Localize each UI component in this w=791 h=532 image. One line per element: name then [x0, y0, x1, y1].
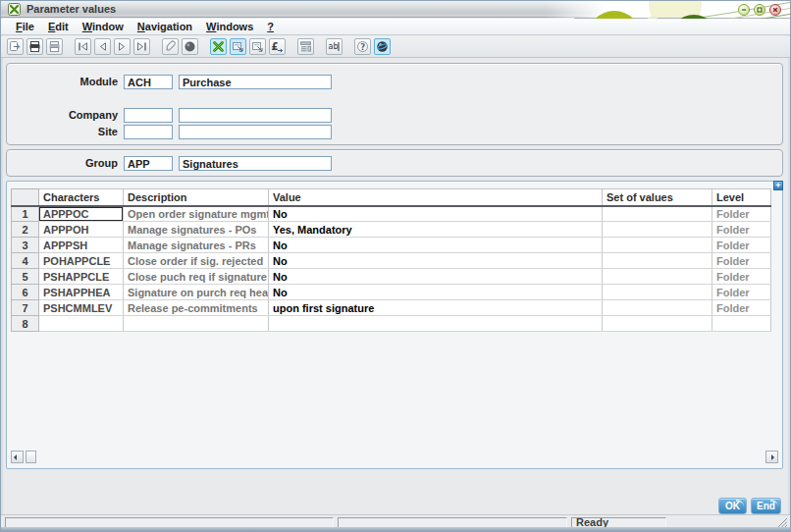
company-code-field[interactable] — [124, 108, 173, 123]
currency-conversion-icon: £ — [271, 40, 284, 53]
cell-description[interactable]: Release pe-commitments — [124, 300, 269, 316]
column-header-set-of-values[interactable]: Set of values — [603, 189, 712, 206]
close-button[interactable] — [769, 4, 781, 16]
cell-value[interactable] — [269, 316, 603, 332]
cell-set-of-values[interactable] — [603, 285, 712, 300]
text-edit-button[interactable]: ab — [326, 38, 343, 55]
minimize-button[interactable] — [738, 4, 750, 16]
menu-edit[interactable]: Edit — [41, 20, 76, 34]
column-header-value[interactable]: Value — [269, 189, 603, 206]
row-number[interactable]: 3 — [12, 238, 39, 253]
scrollbar-thumb[interactable] — [26, 451, 36, 463]
cell-set-of-values[interactable] — [603, 253, 712, 269]
cell-description[interactable]: Open order signature mgmt — [124, 206, 269, 222]
cell-level[interactable] — [712, 316, 771, 332]
cell-description[interactable]: Signature on purch req header — [124, 285, 269, 300]
cell-characters[interactable]: PSHAPPHEA — [39, 285, 124, 300]
cell-value[interactable]: No — [269, 269, 603, 285]
cell-level[interactable]: Folder — [712, 253, 771, 269]
exit-button[interactable] — [7, 38, 24, 55]
cell-level[interactable]: Folder — [712, 238, 771, 253]
first-record-button[interactable] — [75, 38, 91, 55]
cell-description[interactable]: Close puch req if signature re — [124, 269, 269, 285]
print-button[interactable] — [26, 38, 43, 55]
cell-description[interactable]: Manage signatures - POs — [124, 222, 269, 238]
cell-value[interactable]: upon first signature — [269, 300, 603, 316]
cell-characters[interactable]: APPPOC — [39, 206, 124, 222]
title-bar[interactable]: Parameter values — [1, 1, 791, 18]
ok-button[interactable]: OK — [718, 498, 747, 514]
cell-level[interactable]: Folder — [712, 300, 771, 316]
scroll-left-button[interactable] — [11, 451, 24, 463]
row-number[interactable]: 7 — [12, 300, 39, 316]
column-header-characters[interactable]: Characters — [39, 189, 124, 206]
cell-description[interactable]: Close order if sig. rejected — [124, 253, 269, 269]
print-list-button[interactable] — [46, 38, 63, 55]
scroll-right-button[interactable] — [765, 451, 778, 463]
cell-characters[interactable]: POHAPPCLE — [39, 253, 124, 269]
criteria-button[interactable] — [210, 38, 227, 55]
end-button[interactable]: End — [751, 498, 781, 514]
cell-characters[interactable] — [39, 316, 124, 332]
corner-header[interactable] — [12, 189, 39, 206]
module-description-field[interactable] — [179, 75, 332, 89]
resize-grip[interactable] — [778, 518, 787, 527]
cell-characters[interactable]: PSHCMMLEV — [39, 300, 124, 316]
cell-value[interactable]: No — [269, 285, 603, 300]
copy-window-button[interactable] — [249, 38, 266, 55]
app-icon — [8, 3, 21, 16]
company-label: Company — [7, 109, 118, 121]
module-code-field[interactable] — [124, 75, 173, 89]
cell-level[interactable]: Folder — [712, 206, 771, 222]
cell-characters[interactable]: APPPSH — [39, 238, 124, 253]
cell-set-of-values[interactable] — [603, 222, 712, 238]
cell-value[interactable]: Yes, Mandatory — [269, 222, 603, 238]
expand-table-icon[interactable]: + — [773, 181, 783, 190]
horizontal-scrollbar[interactable] — [11, 451, 778, 463]
cell-description[interactable] — [124, 316, 269, 332]
row-number[interactable]: 4 — [12, 253, 39, 269]
group-description-field[interactable] — [179, 156, 332, 171]
last-record-button[interactable] — [133, 38, 150, 55]
previous-record-button[interactable] — [94, 38, 111, 55]
row-number[interactable]: 5 — [12, 269, 39, 285]
cell-set-of-values[interactable] — [603, 206, 712, 222]
cell-level[interactable]: Folder — [712, 285, 771, 300]
cell-level[interactable]: Folder — [712, 222, 771, 238]
cell-set-of-values[interactable] — [603, 316, 712, 332]
row-number[interactable]: 6 — [12, 285, 39, 300]
menu-file[interactable]: File — [9, 20, 41, 34]
cell-description[interactable]: Manage signatures - PRs — [124, 238, 269, 253]
cell-characters[interactable]: APPPOH — [39, 222, 124, 238]
quick-help-button[interactable] — [182, 38, 198, 55]
web-button[interactable] — [374, 38, 391, 55]
help-button[interactable]: ? — [354, 38, 371, 55]
cell-set-of-values[interactable] — [603, 238, 712, 253]
cell-set-of-values[interactable] — [603, 269, 712, 285]
menu-navigation[interactable]: Navigation — [131, 20, 199, 34]
next-record-button[interactable] — [114, 38, 131, 55]
list-button[interactable] — [297, 38, 314, 55]
cell-value[interactable]: No — [269, 253, 603, 269]
row-number[interactable]: 1 — [12, 206, 39, 222]
menu-window[interactable]: Window — [76, 20, 131, 34]
column-header-level[interactable]: Level — [712, 189, 771, 206]
currency-conversion-button[interactable]: £ — [269, 38, 286, 55]
company-description-field[interactable] — [179, 108, 332, 123]
cell-set-of-values[interactable] — [603, 300, 712, 316]
column-header-description[interactable]: Description — [124, 189, 269, 206]
selection-window-button[interactable] — [230, 38, 246, 55]
cell-value[interactable]: No — [269, 238, 603, 253]
maximize-button[interactable] — [754, 4, 765, 16]
cell-value[interactable]: No — [269, 206, 603, 222]
group-code-field[interactable] — [124, 156, 173, 171]
site-description-field[interactable] — [179, 125, 332, 139]
row-number[interactable]: 8 — [12, 316, 39, 332]
cell-characters[interactable]: PSHAPPCLE — [39, 269, 124, 285]
site-code-field[interactable] — [124, 125, 173, 139]
row-number[interactable]: 2 — [12, 222, 39, 238]
cell-level[interactable]: Folder — [712, 269, 771, 285]
menu-windows[interactable]: Windows — [199, 20, 260, 34]
attachments-button[interactable] — [162, 38, 179, 55]
menu-help[interactable]: ? — [260, 20, 281, 34]
